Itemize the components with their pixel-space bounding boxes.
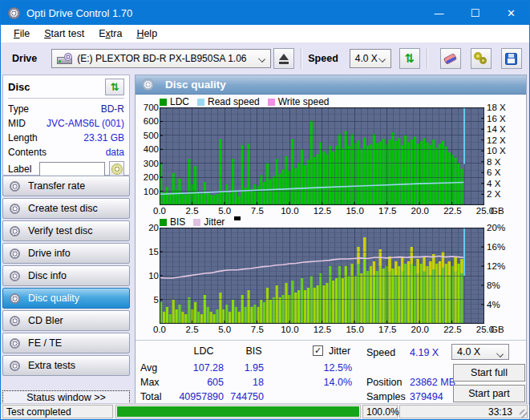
cd-icon — [10, 271, 20, 281]
close-button[interactable]: ✕ — [493, 1, 529, 25]
status-window-button[interactable]: Status window >> — [2, 390, 130, 404]
y-tick-label: 8% — [487, 281, 500, 290]
position-stat-label: Position — [366, 377, 402, 388]
app-window: Opti Drive Control 1.70 — ☐ ✕ FileStart … — [0, 0, 530, 420]
menu-item-start-test[interactable]: Start test — [37, 26, 91, 41]
speed-select-value: 4.0 X — [355, 53, 378, 64]
disc-field-value: JVC-AMS6L (001) — [47, 118, 124, 129]
start-full-button[interactable]: Start full — [453, 364, 525, 382]
erase-disc-button[interactable] — [440, 48, 461, 69]
chart-legend: LDCRead speedWrite speed — [160, 96, 526, 107]
status-message: Test completed — [2, 405, 113, 418]
panel-header: Disc quality — [136, 75, 526, 95]
avg-bis: 1.95 — [228, 362, 264, 374]
status-bar: Test completed 100.0% 33:13 — [1, 403, 529, 419]
x-tick-label: 0.0 — [153, 206, 166, 216]
sidebar-item-extra-tests[interactable]: Extra tests — [2, 355, 130, 376]
sidebar-item-label: FE / TE — [28, 337, 62, 349]
sidebar-item-cd-bler[interactable]: CD Bler — [2, 310, 130, 331]
x-axis-unit: GB — [491, 206, 504, 216]
test-speed-select[interactable]: 4.0 X — [451, 344, 509, 360]
cd-icon — [10, 226, 20, 236]
y-axis-right: 20%16%12%8%4% — [484, 228, 526, 324]
cd-icon — [10, 316, 20, 326]
disc-field-label: Type — [8, 103, 29, 115]
sidebar-item-verify-test-disc[interactable]: Verify test disc — [2, 220, 130, 241]
x-tick-label: 17.5 — [378, 206, 396, 216]
menu-item-help[interactable]: Help — [129, 26, 164, 41]
sidebar-item-create-test-disc[interactable]: Create test disc — [2, 198, 130, 219]
y-tick-label: 10 — [148, 271, 159, 281]
y-axis-left: 2015105 — [136, 228, 160, 324]
legend-item: Read speed — [197, 96, 260, 107]
chart-plot — [160, 228, 484, 324]
x-tick-label: 12.5 — [314, 206, 331, 216]
jitter-checkbox[interactable]: ✓ — [313, 345, 323, 356]
menu-item-extra[interactable]: Extra — [91, 26, 129, 41]
sidebar-item-disc-info[interactable]: Disc info — [2, 265, 130, 286]
menu-bar: FileStart testExtraHelp — [1, 25, 529, 42]
save-button[interactable] — [501, 48, 522, 69]
window-title: Opti Drive Control 1.70 — [26, 7, 132, 19]
options-button[interactable] — [471, 48, 492, 69]
sidebar-item-transfer-rate[interactable]: Transfer rate — [2, 176, 130, 196]
drive-icon — [57, 53, 72, 64]
speed-select[interactable]: 4.0 X — [350, 49, 391, 68]
main-panel: Disc quality LDCRead speedWrite speed700… — [135, 75, 527, 404]
stats-panel: LDC BIS ✓ Jitter Avg 107.28 1.95 12.5% M… — [136, 340, 526, 404]
legend-item: LDC — [160, 96, 189, 107]
menu-item-file[interactable]: File — [6, 26, 37, 41]
sidebar-item-label: Verify test disc — [28, 225, 93, 236]
minimize-button[interactable]: — — [421, 1, 457, 25]
avg-jitter: 12.5% — [300, 362, 352, 374]
sidebar-item-drive-info[interactable]: Drive info — [2, 243, 130, 264]
resize-grip[interactable] — [520, 410, 528, 418]
x-tick-label: 7.5 — [251, 325, 264, 334]
toolbar: Drive (E:) PLEXTOR BD-R PX-LB950SA 1.06 … — [1, 42, 529, 75]
cd-icon — [10, 248, 20, 259]
x-axis: 0.02.55.07.510.012.515.017.520.022.525.0… — [136, 324, 526, 337]
legend-label: Read speed — [208, 96, 260, 107]
eject-button[interactable] — [273, 48, 294, 69]
disc-label-input[interactable] — [39, 162, 105, 177]
drive-select-value: (E:) PLEXTOR BD-R PX-LB950SA 1.06 — [77, 53, 246, 64]
x-tick-label: 15.0 — [346, 325, 363, 334]
x-tick-label: 20.0 — [411, 325, 429, 334]
x-tick-label: 2.5 — [186, 206, 199, 216]
cd-icon — [10, 361, 20, 371]
chevron-down-icon — [378, 55, 386, 63]
stat-row-label: Total — [140, 391, 161, 402]
label-caption: Label — [8, 164, 31, 175]
disc-refresh-button[interactable]: ⇅ — [105, 79, 124, 95]
progress-fill — [117, 406, 359, 417]
drive-select[interactable]: (E:) PLEXTOR BD-R PX-LB950SA 1.06 — [51, 49, 271, 68]
bis-chart: BISJitter201510520%16%12%8%4%0.02.55.07.… — [136, 216, 526, 337]
chart-legend: BISJitter — [160, 216, 526, 228]
y-tick-label: 500 — [144, 131, 159, 140]
y-tick-label: 5 — [154, 295, 159, 305]
sidebar-item-fe-te[interactable]: FE / TE — [2, 333, 130, 353]
y-tick-label: 300 — [144, 159, 159, 168]
x-tick-label: 20.0 — [411, 206, 429, 216]
drive-label: Drive — [12, 53, 37, 64]
refresh-button[interactable]: ⇅ — [399, 48, 420, 69]
speed-label: Speed — [308, 53, 338, 64]
sidebar-item-label: Drive info — [28, 248, 71, 259]
disc-field-label: Contents — [8, 147, 47, 158]
app-icon — [8, 7, 20, 19]
cd-icon — [10, 338, 20, 349]
x-tick-label: 12.5 — [314, 325, 331, 334]
cd-icon — [10, 204, 20, 214]
legend-swatch-icon — [160, 219, 167, 226]
legend-item: Write speed — [268, 96, 330, 107]
legend-swatch-icon — [193, 219, 200, 226]
disc-field-length: Length23.31 GB — [8, 131, 124, 145]
stats-header-ldc: LDC — [180, 345, 228, 357]
y-tick-label: 12% — [487, 261, 505, 271]
disc-quality-icon — [142, 79, 154, 91]
maximize-button[interactable]: ☐ — [457, 1, 493, 25]
test-speed-value: 4.0 X — [457, 346, 480, 357]
sidebar-item-disc-quality[interactable]: Disc quality — [2, 288, 130, 309]
y-tick-label: 10 X — [487, 146, 506, 155]
start-part-button[interactable]: Start part — [453, 385, 525, 402]
